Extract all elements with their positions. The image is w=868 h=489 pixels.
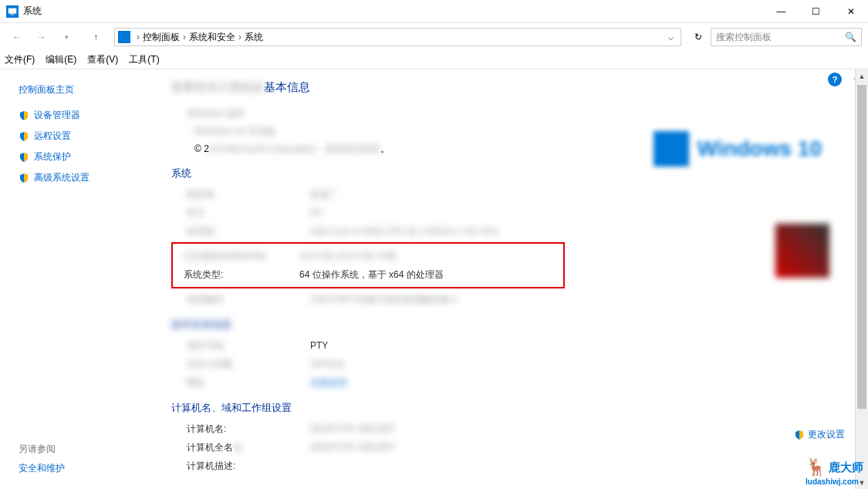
see-also-security-link[interactable]: 安全和维护 [19,462,65,475]
sidebar-item-label: 系统保护 [34,150,71,164]
computer-name-label: 计算机名: [187,421,310,437]
sidebar-device-manager[interactable]: 设备管理器 [19,109,147,122]
blurred-label: 已安装的内存(RAM) [184,248,299,264]
scroll-up-button[interactable]: ▲ [856,69,868,83]
breadcrumb-system-security[interactable]: 系统和安全 [189,31,235,44]
help-button[interactable]: ? [828,73,842,86]
breadcrumb-control-panel[interactable]: 控制面板 [143,31,180,44]
location-icon [118,31,130,43]
refresh-button[interactable]: ↻ [689,28,708,46]
system-type-label: 系统类型: [184,267,299,282]
blurred-label: 电话号码 [187,338,310,353]
blurred-value: DESKTOP-ABCDEF [310,440,849,455]
nav-back-button[interactable]: ← [6,26,28,48]
blurred-value: DESKTOP-ABCDEF [310,421,849,437]
svg-rect-1 [10,14,14,15]
computer-fullname-label: 计算机全名名: [187,440,310,455]
blurred-label: 网站 [187,375,310,390]
shield-icon [19,173,29,184]
sidebar-system-protection[interactable]: 系统保护 [19,150,147,164]
blurred-label: 处理器 [187,224,310,239]
menu-edit[interactable]: 编辑(E) [46,53,76,66]
menu-tools[interactable]: 工具(T) [129,53,159,66]
system-type-value: 64 位操作系统，基于 x64 的处理器 [299,267,560,282]
change-settings-link[interactable]: 更改设置 [794,428,845,441]
vertical-scrollbar[interactable]: ▲ ▼ [855,69,868,489]
shield-icon [19,110,29,121]
blurred-value: 没有可用于此显示器的笔或触控输入 [310,292,849,307]
chevron-right-icon: › [183,32,186,42]
watermark-name: 鹿大师 [829,460,863,475]
blurred-section-title: 技术支持信息 [171,318,849,332]
watermark-url: ludashiwj.com [806,477,863,486]
sidebar-item-label: 远程设置 [34,130,71,143]
menu-file[interactable]: 文件(F) [5,53,35,66]
nav-recent-dropdown[interactable]: ▾ [56,26,77,48]
breadcrumb-system[interactable]: 系统 [245,31,263,44]
nav-up-button[interactable]: ↑ [85,26,106,48]
minimize-button[interactable]: — [764,0,799,23]
sidebar-advanced-settings[interactable]: 高级系统设置 [19,171,147,184]
blurred-value: 在线支持 [310,375,849,390]
shield-icon [794,430,805,440]
computer-desc-label: 计算机描述: [187,458,310,474]
maximize-button[interactable]: ☐ [799,0,833,23]
window-title: 系统 [23,5,764,18]
blurred-text: Windows 版本 [187,107,849,120]
page-title: 查看有关计算机的基本信息 [171,80,849,95]
sidebar-item-label: 设备管理器 [34,109,80,122]
address-bar[interactable]: › 控制面板 › 系统和安全 › 系统 ⌵ [114,28,681,46]
close-button[interactable]: ✕ [833,0,868,23]
sidebar-remote-settings[interactable]: 远程设置 [19,130,147,143]
blurred-value: 16.0 GB (15.9 GB 可用) [299,248,560,264]
menu-view[interactable]: 查看(V) [87,53,118,66]
section-system: 系统 [171,167,849,180]
shield-icon [19,152,29,163]
sidebar-item-label: 高级系统设置 [34,171,90,184]
address-dropdown-button[interactable]: ⌵ [664,32,677,42]
shield-icon [19,131,29,142]
change-settings-label: 更改设置 [808,428,845,441]
system-app-icon [6,5,19,18]
watermark: 🦌鹿大师 ludashiwj.com [806,457,863,486]
oem-logo [775,224,829,278]
pty-value: PTY [310,338,849,353]
blurred-label: 型号 [187,205,310,221]
svg-rect-0 [8,8,17,13]
blurred-label: 支持小时数 [187,356,310,372]
windows-logo: Windows 10 [654,131,822,167]
blurred-value: 某某厂 [310,187,849,202]
see-also-heading: 另请参阅 [19,443,65,456]
section-computer-name: 计算机名、域和工作组设置 [171,401,849,415]
blurred-text: 019 Microsoft Corporation。保留所有权利 [209,143,380,154]
control-panel-home-link[interactable]: 控制面板主页 [19,83,147,96]
blurred-label: 制造商 [187,187,310,202]
deer-icon: 🦌 [806,457,826,477]
page-title-suffix: 基本信息 [264,80,310,93]
chevron-right-icon: › [137,32,140,42]
blurred-value: AllTimes [310,356,849,372]
scroll-thumb[interactable] [857,85,866,409]
search-placeholder: 搜索控制面板 [716,31,845,44]
computer-desc-value [310,458,849,474]
nav-forward-button[interactable]: → [31,26,52,48]
blurred-text: 查看有关计算机的 [171,80,264,93]
blurred-label: 笔和触控 [187,292,310,307]
chevron-right-icon: › [238,32,241,42]
blurred-value: PC [310,205,849,221]
search-input[interactable]: 搜索控制面板 🔍 [711,28,862,46]
highlight-system-type: 已安装的内存(RAM)16.0 GB (15.9 GB 可用) 系统类型:64 … [171,242,565,288]
search-icon: 🔍 [845,32,856,42]
blurred-value: Intel Core i5 8400 CPU @ 2.80GHz 2.81 GH… [310,224,849,239]
